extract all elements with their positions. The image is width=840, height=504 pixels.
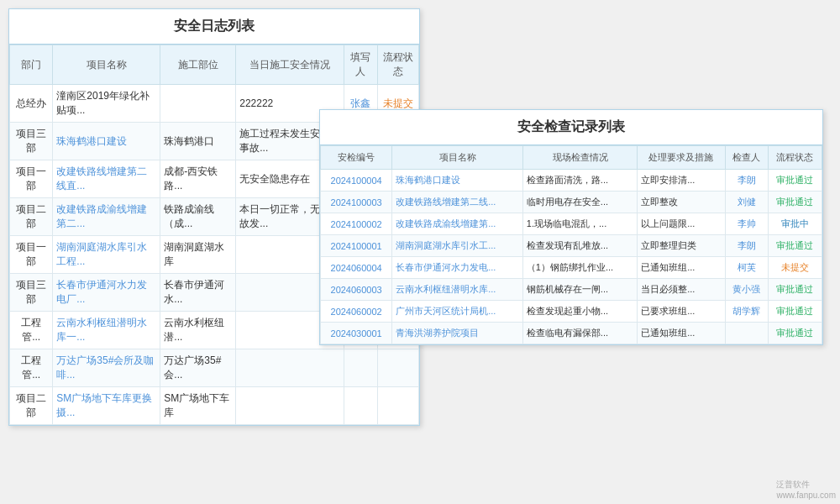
safety-check-table: 安检编号项目名称现场检查情况处理要求及措施检查人流程状态 2024100004珠… [320,145,822,344]
check-project-link[interactable]: 广州市天河区统计局机... [396,306,496,316]
safety-log-col-header: 填写人 [344,45,378,85]
project-link[interactable]: 长春市伊通河水力发电厂... [56,279,147,305]
writer-cell [344,387,378,425]
check-project-link[interactable]: 青海洪湖养护院项目 [396,328,479,338]
status-badge: 审批中 [781,218,809,228]
inspector-link[interactable]: 李朗 [738,240,756,250]
status-badge: 审批通过 [776,284,813,294]
safety-check-body: 2024100004珠海鹤港口建设检查路面清洗，路...立即安排清...李朗审批… [321,170,822,344]
site-cell: 万达广场35#会... [160,349,236,387]
measures-cell: 已要求班组... [638,301,725,323]
check-id-link[interactable]: 2024030001 [331,328,382,339]
check-id-link[interactable]: 2024100004 [331,176,382,186]
status-badge: 未提交 [781,262,809,272]
inspector-link[interactable]: 李朗 [738,175,756,185]
dept-cell: 工程管... [10,312,53,349]
writer-cell [344,349,378,387]
check-situation-cell: 检查发现有乱堆放... [522,235,637,257]
check-project-link[interactable]: 湖南洞庭湖水库引水工... [396,240,496,250]
project-cell: 潼南区2019年绿化补贴项... [53,85,160,123]
site-cell: 湖南洞庭湖水库 [160,236,236,274]
check-id-link[interactable]: 2024100003 [331,197,382,207]
inspector-cell [725,323,768,344]
check-id-link[interactable]: 2024060003 [331,285,382,295]
watermark: 泛普软件 www.fanpu.com [776,479,836,500]
right-panel-title: 安全检查记录列表 [320,110,822,145]
check-id-link[interactable]: 2024100002 [331,219,382,229]
measures-cell: 立即整理归类 [638,235,725,257]
safety-check-col-header: 安检编号 [321,146,392,170]
table-row: 2024100003改建铁路线增建第二线...临时用电存在安全...立即整改刘健… [321,192,822,213]
site-cell: 铁路成渝线（成... [160,198,236,236]
check-situation-cell: 临时用电存在安全... [522,192,637,213]
dept-cell: 总经办 [10,85,53,123]
project-link[interactable]: 万达广场35#会所及咖啡... [56,354,154,381]
check-situation-cell: （1）钢筋绑扎作业... [522,257,637,279]
table-row: 工程管...万达广场35#会所及咖啡...万达广场35#会... [10,349,419,387]
table-row: 项目二部SM广场地下车库更换摄...SM广场地下车库 [10,387,419,425]
site-cell: 珠海鹤港口 [160,123,236,160]
watermark-line1: 泛普软件 [776,479,836,491]
project-link[interactable]: 改建铁路线增建第二线直... [56,165,147,192]
safety-check-header: 安检编号项目名称现场检查情况处理要求及措施检查人流程状态 [321,146,822,170]
check-situation-cell: 1.现场临电混乱，... [522,213,637,235]
safety-check-col-header: 项目名称 [392,146,523,170]
safety-check-col-header: 检查人 [725,146,768,170]
table-row: 2024030001青海洪湖养护院项目检查临电有漏保部...已通知班组...审批… [321,323,822,344]
measures-cell: 已通知班组... [638,323,725,344]
measures-cell: 以上问题限... [638,213,725,235]
check-project-link[interactable]: 珠海鹤港口建设 [396,175,460,185]
check-id-link[interactable]: 2024060004 [331,263,382,273]
site-cell: SM广场地下车库 [160,387,236,425]
safety-cell [236,349,344,387]
table-row: 2024100002改建铁路成渝线增建第...1.现场临电混乱，...以上问题限… [321,213,822,235]
inspector-link[interactable]: 李帅 [738,218,756,228]
safety-log-col-header: 当日施工安全情况 [236,45,344,85]
check-project-link[interactable]: 改建铁路线增建第二线... [396,197,496,207]
table-row: 2024100004珠海鹤港口建设检查路面清洗，路...立即安排清...李朗审批… [321,170,822,192]
safety-cell [236,387,344,425]
dept-cell: 项目三部 [10,274,53,312]
site-cell: 成都-西安铁路... [160,160,236,198]
project-link[interactable]: 湖南洞庭湖水库引水工程... [56,241,147,267]
status-badge: 审批通过 [776,175,813,185]
site-cell: 长春市伊通河水... [160,274,236,312]
left-panel-title: 安全日志列表 [9,9,419,45]
check-project-link[interactable]: 云南水利枢纽潜明水库... [396,284,496,294]
safety-log-header: 部门项目名称施工部位当日施工安全情况填写人流程状态 [10,45,419,85]
safety-check-col-header: 流程状态 [768,146,822,170]
project-link[interactable]: SM广场地下车库更换摄... [56,392,152,418]
status-badge: 审批通过 [776,306,813,316]
table-row: 2024060002广州市天河区统计局机...检查发现起重小物...已要求班组.… [321,301,822,323]
safety-log-col-header: 施工部位 [160,45,236,85]
safety-log-col-header: 部门 [10,45,53,85]
safety-check-col-header: 处理要求及措施 [638,146,725,170]
project-link[interactable]: 改建铁路成渝线增建第二... [56,203,147,229]
writer-link[interactable]: 张鑫 [350,97,370,109]
status-badge: 未提交 [383,97,413,109]
measures-cell: 当日必须整... [638,279,725,301]
measures-cell: 立即安排清... [638,170,725,192]
site-cell [160,85,236,123]
check-id-link[interactable]: 2024100001 [331,241,382,251]
project-link[interactable]: 珠海鹤港口建设 [56,135,127,147]
inspector-link[interactable]: 胡学辉 [732,306,760,316]
check-id-link[interactable]: 2024060002 [331,307,382,317]
table-row: 2024100001湖南洞庭湖水库引水工...检查发现有乱堆放...立即整理归类… [321,235,822,257]
status-badge: 审批通过 [776,328,813,338]
inspector-link[interactable]: 柯芙 [738,262,756,272]
safety-log-col-header: 流程状态 [377,45,418,85]
dept-cell: 项目三部 [10,123,53,160]
check-project-link[interactable]: 长春市伊通河水力发电... [396,262,496,272]
safety-log-col-header: 项目名称 [53,45,160,85]
inspector-link[interactable]: 黄小强 [732,284,760,294]
inspector-link[interactable]: 刘健 [738,197,756,207]
dept-cell: 项目一部 [10,160,53,198]
measures-cell: 立即整改 [638,192,725,213]
dept-cell: 项目二部 [10,198,53,236]
table-row: 2024060004长春市伊通河水力发电...（1）钢筋绑扎作业...已通知班组… [321,257,822,279]
dept-cell: 项目一部 [10,236,53,274]
status-badge: 审批通过 [776,197,813,207]
project-link[interactable]: 云南水利枢纽潜明水库一... [56,317,147,343]
check-project-link[interactable]: 改建铁路成渝线增建第... [396,218,496,228]
